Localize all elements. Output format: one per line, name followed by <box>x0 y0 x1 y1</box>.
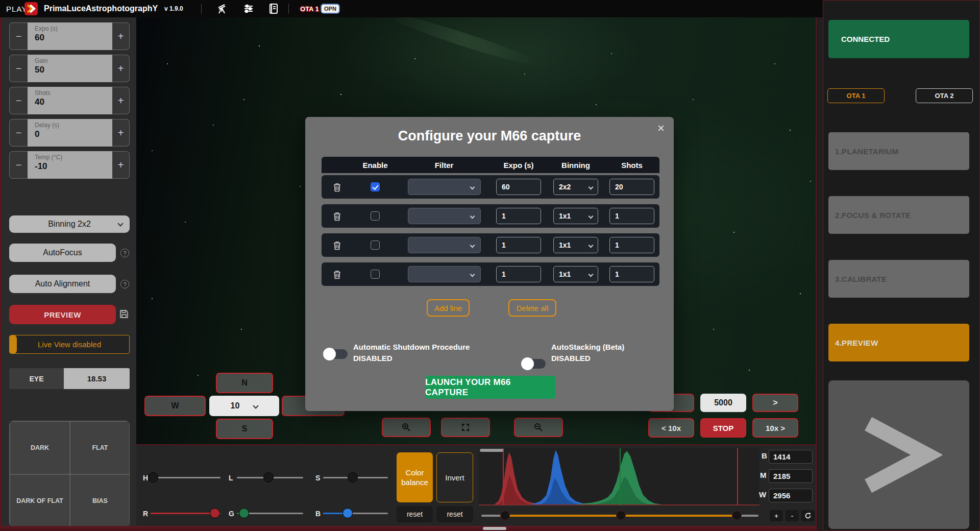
color-balance-button[interactable]: Color balance <box>397 452 433 502</box>
mid-level-input[interactable]: 2185 <box>769 469 813 483</box>
auto-alignment-help-icon[interactable]: ? <box>120 280 129 288</box>
shots-increment-button[interactable]: + <box>112 87 130 114</box>
expo-input[interactable]: 1 <box>496 266 541 282</box>
settings-sliders-icon[interactable] <box>243 0 254 17</box>
green-thumb[interactable] <box>239 508 249 518</box>
blue-slider[interactable] <box>323 513 388 514</box>
temp-decrement-button[interactable]: − <box>9 151 28 179</box>
forward-10x-button[interactable]: 10x > <box>752 418 798 438</box>
binning-select[interactable]: Binning 2x2 <box>9 215 130 233</box>
live-view-toggle[interactable]: Live View disabled <box>9 335 130 354</box>
delete-row-button[interactable] <box>333 211 341 221</box>
binning-select[interactable]: 1x1 <box>553 208 598 224</box>
step-preview[interactable]: 4.PREVIEW <box>828 324 969 361</box>
red-slider[interactable] <box>151 513 220 514</box>
launch-capture-button[interactable]: LAUNCH YOUR M66 CAPTURE <box>425 376 555 399</box>
add-line-button[interactable]: Add line <box>427 299 470 317</box>
shots-input[interactable]: 1 <box>609 237 654 253</box>
modal-close-button[interactable]: × <box>654 122 668 135</box>
frame-count-field[interactable]: 5000 <box>700 394 746 412</box>
black-level-input[interactable]: 1414 <box>769 450 813 464</box>
expo-decrement-button[interactable]: − <box>9 22 28 50</box>
autofocus-help-icon[interactable]: ? <box>120 249 129 257</box>
enable-checkbox[interactable] <box>371 240 380 250</box>
fit-screen-button[interactable] <box>441 418 490 437</box>
binning-select[interactable]: 1x1 <box>553 266 598 282</box>
binning-select[interactable]: 1x1 <box>553 237 598 253</box>
white-level-input[interactable]: 2956 <box>769 489 813 502</box>
slew-west-button[interactable]: W <box>144 396 206 416</box>
lightness-slider[interactable] <box>237 477 303 478</box>
reset-hls-button[interactable]: reset <box>397 506 433 522</box>
gain-decrement-button[interactable]: − <box>9 55 28 82</box>
invert-button[interactable]: Invert <box>436 452 473 502</box>
delay-field[interactable]: Delay (s) 0 <box>28 119 112 147</box>
binning-select[interactable]: 2x2 <box>553 179 598 195</box>
autostacking-toggle[interactable] <box>523 359 546 369</box>
step-calibrate[interactable]: 3.CALIBRATE <box>828 260 969 298</box>
reset-rgb-button[interactable]: reset <box>436 506 473 522</box>
gain-increment-button[interactable]: + <box>112 55 130 82</box>
expo-field[interactable]: Expo (s) 60 <box>28 22 112 50</box>
delay-decrement-button[interactable]: − <box>9 119 28 147</box>
saturation-thumb[interactable] <box>348 472 358 482</box>
delete-all-button[interactable]: Delete all <box>508 299 556 317</box>
dark-of-flat-button[interactable]: DARK OF FLAT <box>10 474 70 527</box>
autofocus-button[interactable]: AutoFocus <box>9 244 116 262</box>
lightness-thumb[interactable] <box>263 472 274 482</box>
mid-level-thumb[interactable] <box>616 511 626 520</box>
bias-frame-button[interactable]: BIAS <box>70 474 130 527</box>
levels-range-slider[interactable] <box>481 515 758 517</box>
shots-field[interactable]: Shots 40 <box>28 87 112 114</box>
enable-checkbox[interactable] <box>371 270 380 279</box>
shots-input[interactable]: 20 <box>609 179 654 195</box>
stop-button[interactable]: STOP <box>700 418 746 438</box>
slew-step-select[interactable]: 10 <box>209 396 279 416</box>
red-thumb[interactable] <box>210 508 220 518</box>
hue-thumb[interactable] <box>148 472 158 482</box>
blue-thumb[interactable] <box>342 508 353 518</box>
auto-shutdown-toggle[interactable] <box>325 349 348 359</box>
slew-north-button[interactable]: N <box>216 373 273 393</box>
histogram-scrollbar[interactable] <box>480 449 503 452</box>
step-focus-rotate[interactable]: 2.FOCUS & ROTATE <box>828 196 969 234</box>
shots-decrement-button[interactable]: − <box>9 87 28 114</box>
saturation-slider[interactable] <box>323 477 388 478</box>
rewind-10x-button[interactable]: < 10x <box>648 418 694 438</box>
zoom-out-button[interactable] <box>514 418 563 437</box>
shots-input[interactable]: 1 <box>609 266 654 282</box>
level-minus-button[interactable]: - <box>786 510 799 521</box>
filter-select[interactable] <box>408 266 481 282</box>
slew-south-button[interactable]: S <box>216 419 273 439</box>
bottom-drag-handle[interactable] <box>483 527 506 530</box>
eye-value-field[interactable]: 18.53 <box>64 368 130 389</box>
auto-alignment-button[interactable]: Auto Alignment <box>9 275 116 293</box>
step-planetarium[interactable]: 1.PLANETARIUM <box>828 132 969 170</box>
live-view-pill[interactable] <box>9 335 17 354</box>
filter-select[interactable] <box>408 179 481 195</box>
filter-select[interactable] <box>408 237 481 253</box>
temp-increment-button[interactable]: + <box>112 151 130 179</box>
delete-row-button[interactable] <box>333 182 341 192</box>
zoom-in-button[interactable] <box>382 418 431 437</box>
enable-checkbox[interactable] <box>371 211 380 221</box>
preview-mode-button[interactable]: PREVIEW <box>9 305 116 324</box>
dark-frame-button[interactable]: DARK <box>10 421 70 474</box>
expo-input[interactable]: 60 <box>496 179 541 195</box>
frame-next-button[interactable]: > <box>752 394 798 412</box>
temp-field[interactable]: Temp (°C) -10 <box>28 151 112 179</box>
black-level-thumb[interactable] <box>500 511 510 520</box>
expo-input[interactable]: 1 <box>496 237 541 253</box>
white-level-thumb[interactable] <box>732 511 742 520</box>
eye-mode-button[interactable]: EYE <box>9 368 64 389</box>
save-icon[interactable] <box>119 309 129 319</box>
enable-checkbox[interactable] <box>371 182 380 191</box>
delete-row-button[interactable] <box>333 240 341 250</box>
green-slider[interactable] <box>237 513 303 514</box>
logbook-icon[interactable] <box>268 0 279 17</box>
delete-row-button[interactable] <box>333 270 341 279</box>
flat-frame-button[interactable]: FLAT <box>70 421 130 474</box>
ota2-tab[interactable]: OTA 2 <box>916 88 973 103</box>
gain-field[interactable]: Gain 50 <box>28 55 112 82</box>
expo-increment-button[interactable]: + <box>112 22 130 50</box>
